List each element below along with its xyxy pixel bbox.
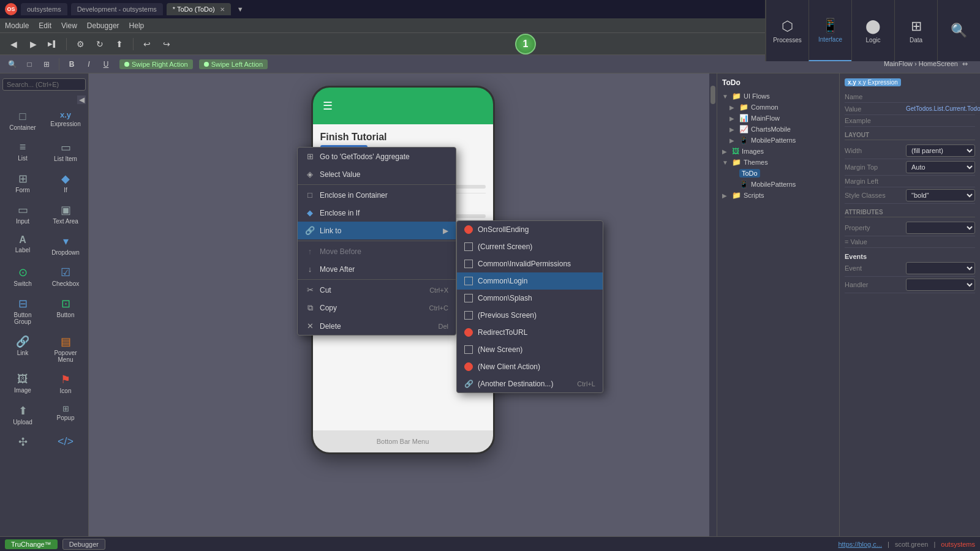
widget-search[interactable] — [2, 78, 86, 91]
collapse-panel-btn[interactable]: ◀ — [77, 96, 86, 104]
sub-common-splash[interactable]: Common\Splash — [457, 290, 603, 307]
widget-input[interactable]: ▭ Input — [2, 200, 43, 228]
nav-processes[interactable]: ⬡ Processes — [766, 0, 809, 61]
tree-mobilepatterns-2[interactable]: 📱 MobilePatterns — [729, 179, 834, 190]
prop-value-text[interactable]: GetTodos.List.Current.Todo.Descriptic — [906, 105, 980, 112]
tree-themes[interactable]: ▼ 📁 Themes — [722, 157, 834, 168]
menu-view[interactable]: View — [61, 21, 77, 30]
menu-edit[interactable]: Edit — [39, 21, 51, 30]
swipe-left-action[interactable]: Swipe Left Action — [199, 59, 268, 69]
underline-btn[interactable]: U — [99, 57, 113, 72]
tree-toggle-scripts[interactable]: ▶ — [722, 192, 729, 199]
menu-help[interactable]: Help — [129, 21, 145, 30]
tree-chartsmobile[interactable]: ▶ 📈 ChartsMobile — [729, 124, 834, 135]
tab-dropdown-btn[interactable]: ▼ — [235, 3, 246, 15]
tree-ui-flows[interactable]: ▼ 📁 UI Flows — [722, 91, 834, 102]
widget-link[interactable]: 🔗 Link — [2, 331, 43, 367]
ctx-enclose-container[interactable]: □ Enclose in Container — [298, 186, 456, 204]
debugger-btn[interactable]: Debugger — [62, 539, 105, 550]
refresh-icon[interactable]: ↻ — [91, 36, 108, 53]
tree-toggle-mobile[interactable]: ▶ — [729, 137, 737, 144]
tree-toggle-charts[interactable]: ▶ — [729, 126, 737, 133]
sub-new-screen[interactable]: (New Screen) — [457, 341, 603, 358]
ctx-copy[interactable]: ⧉ Copy Ctrl+C — [298, 299, 456, 317]
widget-textarea[interactable]: ▣ Text Area — [45, 200, 86, 228]
prop-margin-top-select[interactable]: Auto — [906, 161, 975, 173]
forward2-btn[interactable]: ▶▌ — [44, 36, 61, 53]
ctx-go-to-aggregate[interactable]: ⊞ Go to 'GetTodos' Aggregate — [298, 148, 456, 165]
widget-list[interactable]: ≡ List — [2, 137, 43, 166]
widget-popup[interactable]: ⊞ Popup — [45, 400, 86, 429]
tree-toggle-themes[interactable]: ▼ — [722, 159, 729, 166]
prop-style-select[interactable]: "bold" — [906, 189, 975, 201]
menu-debugger[interactable]: Debugger — [87, 21, 119, 30]
widget-upload[interactable]: ⬆ Upload — [2, 400, 43, 429]
undo-btn[interactable]: ↩ — [138, 36, 156, 53]
widget-icon[interactable]: ⚑ Icon — [45, 369, 86, 398]
widget-if[interactable]: ◆ If — [45, 168, 86, 197]
widget-button[interactable]: ⊡ Button — [45, 293, 86, 329]
tree-toggle-images[interactable]: ▶ — [722, 148, 729, 155]
menu-module[interactable]: Module — [5, 21, 29, 30]
tab-development[interactable]: Development - outsystems — [71, 3, 163, 15]
canvas-scrollbar[interactable] — [709, 73, 717, 536]
sub-another-destination[interactable]: 🔗 (Another Destination...) Ctrl+L — [457, 375, 603, 392]
ctx-move-after[interactable]: ↓ Move After — [298, 260, 456, 278]
ctx-enclose-if[interactable]: ◆ Enclose in If — [298, 204, 456, 222]
tree-toggle-ui-flows[interactable]: ▼ — [722, 93, 729, 100]
sub-invalid-permissions[interactable]: Common\InvalidPermissions — [457, 255, 603, 272]
widget-switch[interactable]: ⊙ Switch — [2, 262, 43, 291]
sub-redirect-url[interactable]: RedirectToURL — [457, 324, 603, 341]
widget-label[interactable]: A Label — [2, 231, 43, 260]
prop-handler-select[interactable] — [906, 279, 975, 291]
tree-toggle-common[interactable]: ▶ — [729, 104, 737, 111]
widget-button-group[interactable]: ⊟ Button Group — [2, 293, 43, 329]
tab-todo[interactable]: * ToDo (ToDo) ✕ — [167, 3, 231, 15]
widget-container[interactable]: □ Container — [2, 107, 43, 135]
tree-common[interactable]: ▶ 📁 Common — [729, 102, 834, 113]
tab-outsystems[interactable]: outsystems — [21, 3, 67, 15]
sub-common-login[interactable]: Common\Login — [457, 272, 603, 290]
redo-btn[interactable]: ↪ — [158, 36, 175, 53]
tree-mainflow[interactable]: ▶ 📊 MainFlow — [729, 113, 834, 124]
tree-scripts[interactable]: ▶ 📁 Scripts — [722, 190, 834, 201]
tree-mobilepatterns-1[interactable]: ▶ 📱 MobilePatterns — [729, 135, 834, 146]
sub-current-screen[interactable]: (Current Screen) — [457, 238, 603, 255]
prop-event-select[interactable] — [906, 262, 975, 274]
nav-interface[interactable]: 📱 Interface — [809, 0, 851, 61]
tree-toggle-mainflow[interactable]: ▶ — [729, 115, 737, 122]
swipe-right-action[interactable]: Swipe Right Action — [119, 59, 193, 69]
sub-new-client-action[interactable]: (New Client Action) — [457, 358, 603, 375]
italic-btn[interactable]: I — [81, 57, 96, 72]
nav-logic[interactable]: ⬤ Logic — [851, 0, 894, 61]
ctx-move-before[interactable]: ↑ Move Before — [298, 242, 456, 260]
widget-extra-2[interactable]: </> — [45, 432, 86, 454]
zoom-icon[interactable]: 🔍 — [5, 57, 20, 72]
grid-icon[interactable]: ⊞ — [39, 57, 54, 72]
widget-image[interactable]: 🖼 Image — [2, 369, 43, 398]
ctx-delete[interactable]: ✕ Delete Del — [298, 317, 456, 335]
ctx-select-value[interactable]: ◈ Select Value — [298, 165, 456, 183]
scrollbar-thumb[interactable] — [710, 86, 715, 104]
truechange-btn[interactable]: TruChange™ — [5, 539, 58, 549]
sub-previous-screen[interactable]: (Previous Screen) — [457, 307, 603, 324]
ctx-link-to[interactable]: 🔗 Link to ▶ — [298, 222, 456, 239]
widget-expression[interactable]: x.y Expression — [45, 107, 86, 135]
forward-btn[interactable]: ▶ — [24, 36, 42, 53]
container-icon[interactable]: □ — [22, 57, 37, 72]
bold-btn[interactable]: B — [64, 57, 79, 72]
publish-icon[interactable]: ⬆ — [111, 36, 128, 53]
gear-icon[interactable]: ⚙ — [72, 36, 89, 53]
ctx-cut[interactable]: ✂ Cut Ctrl+X — [298, 281, 456, 299]
tab-close-btn[interactable]: ✕ — [220, 6, 225, 13]
nav-data[interactable]: ⊞ Data — [894, 0, 937, 61]
tree-todo-theme[interactable]: ToDo — [729, 168, 834, 179]
sub-on-scroll-ending[interactable]: OnScrollEnding — [457, 221, 603, 238]
prop-width-select[interactable]: (fill parent) — [906, 144, 975, 157]
widget-form[interactable]: ⊞ Form — [2, 168, 43, 197]
nav-search[interactable]: 🔍 — [937, 0, 980, 61]
widget-list-item[interactable]: ▭ List Item — [45, 137, 86, 166]
tree-images[interactable]: ▶ 🖼 Images — [722, 146, 834, 157]
prop-property-select[interactable] — [906, 222, 975, 234]
widget-popover[interactable]: ▤ Popover Menu — [45, 331, 86, 367]
